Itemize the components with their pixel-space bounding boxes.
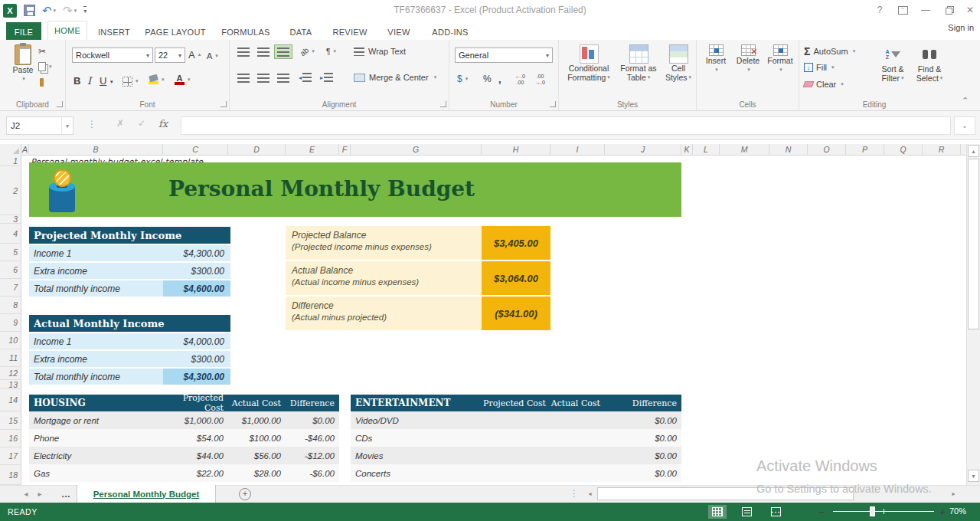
housing-header[interactable]: HOUSING Projected Cost Actual Cost Diffe…	[29, 395, 339, 411]
copy-button[interactable]: ▾	[38, 60, 52, 74]
font-name-select[interactable]: Rockwell▾	[72, 48, 153, 63]
column-header-M[interactable]: M	[720, 144, 769, 156]
column-header-O[interactable]: O	[808, 144, 846, 156]
tab-page-layout[interactable]: PAGE LAYOUT	[141, 22, 210, 41]
insert-cells-button[interactable]: Insert▾	[700, 44, 732, 74]
income-total-value[interactable]: $4,600.00	[163, 280, 230, 297]
zoom-slider-thumb[interactable]	[870, 506, 875, 516]
conditional-formatting-button[interactable]: ConditionalFormatting▾	[564, 44, 614, 82]
projected-income-header[interactable]: Projected Monthly Income	[29, 227, 230, 244]
row-header-16[interactable]: 16	[0, 430, 21, 447]
sheet-tab-personal-monthly-budget[interactable]: Personal Monthly Budget	[77, 485, 216, 503]
text-direction-button[interactable]: ¶▾	[326, 44, 336, 58]
balance-row[interactable]: Difference(Actual minus projected) ($341…	[286, 297, 550, 330]
fill-button[interactable]: ↓Fill▾	[804, 63, 835, 72]
expand-formula-bar-button[interactable]: ⌄	[954, 116, 975, 135]
income-label[interactable]: Extra income	[29, 263, 163, 279]
table-row[interactable]: Income 1 $4,000.00	[29, 332, 230, 349]
income-value[interactable]: $4,300.00	[163, 245, 230, 261]
enter-formula-button[interactable]: ✓	[133, 118, 150, 133]
alignment-dialog-launcher-icon[interactable]	[440, 101, 446, 107]
format-cells-button[interactable]: Format▾	[764, 44, 796, 74]
row-header-7[interactable]: 7	[0, 279, 21, 297]
table-row[interactable]: Concerts $0.00	[351, 464, 681, 482]
scroll-right-button[interactable]: ▸	[947, 487, 960, 500]
page-break-view-button[interactable]	[766, 505, 785, 519]
number-dialog-launcher-icon[interactable]	[550, 101, 556, 107]
italic-button[interactable]: I	[87, 74, 91, 87]
font-size-select[interactable]: 22▾	[155, 48, 185, 63]
table-row[interactable]: Movies $0.00	[351, 447, 681, 464]
entertainment-header[interactable]: ENTERTAINMENT Projected Cost Actual Cost…	[351, 395, 681, 411]
increase-indent-button[interactable]: ▸	[320, 70, 333, 84]
row-header-10[interactable]: 10	[0, 332, 21, 349]
delete-cells-button[interactable]: ✕ Delete▾	[732, 44, 764, 74]
column-header-C[interactable]: C	[163, 144, 228, 156]
more-sheets-icon[interactable]: …	[58, 485, 74, 503]
decrease-indent-button[interactable]: ◂	[299, 70, 312, 84]
normal-view-button[interactable]	[708, 505, 727, 519]
column-header-G[interactable]: G	[351, 144, 482, 156]
income-label[interactable]: Income 1	[29, 245, 163, 261]
income-value[interactable]: $4,000.00	[163, 333, 230, 349]
income-value[interactable]: $300.00	[163, 263, 230, 279]
income-total-label[interactable]: Total monthly income	[29, 369, 163, 385]
page-layout-view-button[interactable]	[737, 505, 756, 519]
number-format-select[interactable]: General▾	[455, 48, 553, 63]
sort-filter-button[interactable]: AZ Sort &Filter▾	[874, 44, 911, 83]
help-button[interactable]: ?	[870, 2, 890, 18]
table-row[interactable]: Extra income $300.00	[29, 261, 230, 279]
underline-button[interactable]: U	[100, 74, 106, 87]
font-color-button[interactable]: A▾	[175, 73, 191, 87]
clear-button[interactable]: Clear▾	[804, 80, 844, 89]
accounting-format-button[interactable]: $▾	[457, 72, 468, 86]
new-sheet-button[interactable]: +	[239, 488, 251, 500]
merge-center-button[interactable]: Merge & Center▾	[354, 70, 436, 84]
orientation-button[interactable]: ab▾	[300, 44, 315, 58]
borders-button[interactable]: ▾	[122, 74, 139, 88]
table-row-total[interactable]: Total monthly income $4,600.00	[29, 279, 230, 297]
row-header-4[interactable]: 4	[0, 224, 21, 244]
tab-file[interactable]: FILE	[6, 22, 41, 41]
table-row[interactable]: Income 1 $4,300.00	[29, 244, 230, 261]
column-header-Q[interactable]: Q	[884, 144, 923, 156]
percent-style-button[interactable]: %	[483, 72, 492, 86]
column-header-P[interactable]: P	[846, 144, 884, 156]
middle-align-button[interactable]	[254, 44, 273, 59]
income-label[interactable]: Extra income	[29, 351, 163, 367]
next-sheet-button[interactable]: ▸	[34, 485, 46, 503]
table-row-total[interactable]: Total monthly income $4,300.00	[29, 367, 230, 385]
shrink-font-button[interactable]: A▾	[207, 49, 218, 63]
scroll-up-button[interactable]: ▴	[968, 145, 979, 157]
collapse-ribbon-button[interactable]: ⌃	[962, 96, 969, 106]
scroll-down-button[interactable]: ▾	[968, 470, 979, 482]
row-header-3[interactable]: 3	[0, 215, 21, 224]
row-header-1[interactable]: 1	[0, 156, 21, 166]
row-header-5[interactable]: 5	[0, 244, 21, 261]
select-all-corner[interactable]	[0, 144, 21, 156]
column-header-R[interactable]: R	[923, 144, 961, 156]
format-painter-button[interactable]	[40, 75, 44, 89]
scroll-left-button[interactable]: ◂	[583, 487, 596, 500]
underline-options-chevron-icon[interactable]: ▾	[110, 75, 113, 89]
zoom-out-button[interactable]: −	[816, 505, 827, 519]
format-as-table-button[interactable]: Format asTable▾	[616, 44, 662, 82]
income-total-value[interactable]: $4,300.00	[163, 369, 230, 385]
column-header-D[interactable]: D	[228, 144, 286, 156]
column-header-H[interactable]: H	[482, 144, 550, 156]
align-left-button[interactable]	[234, 70, 253, 85]
balance-value[interactable]: ($341.00)	[482, 297, 550, 330]
income-total-label[interactable]: Total monthly income	[29, 280, 163, 297]
column-header-K[interactable]: K	[681, 144, 693, 156]
row-header-17[interactable]: 17	[0, 447, 21, 465]
income-value[interactable]: $300.00	[163, 351, 230, 367]
balance-value[interactable]: $3,405.00	[482, 226, 550, 260]
ribbon-display-options-button[interactable]: ⌃	[893, 2, 913, 18]
column-header-E[interactable]: E	[286, 144, 339, 156]
sign-in-link[interactable]: Sign in	[926, 23, 974, 32]
cut-button[interactable]: ✂	[38, 44, 49, 58]
decrease-decimal-button[interactable]: .00→.0	[535, 74, 545, 86]
column-header-F[interactable]: F	[339, 144, 351, 156]
grow-font-button[interactable]: A▴	[188, 48, 201, 61]
column-header-I[interactable]: I	[550, 144, 605, 156]
